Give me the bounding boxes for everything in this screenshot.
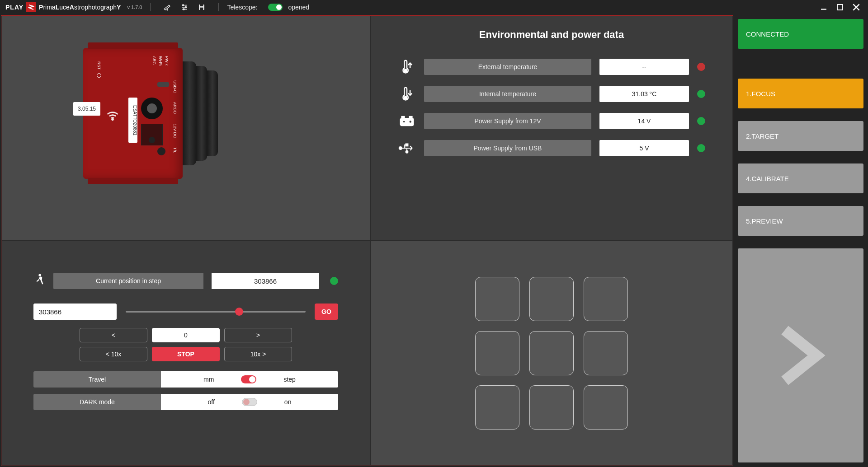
telescope-icon[interactable] xyxy=(163,3,171,11)
minimize-button[interactable] xyxy=(817,1,830,14)
stop-button[interactable]: STOP xyxy=(152,347,220,361)
status-led xyxy=(330,277,338,285)
preview-grid-panel xyxy=(370,241,733,466)
svg-rect-12 xyxy=(410,117,412,118)
env-value: 5 V xyxy=(599,140,689,156)
dark-toggle[interactable] xyxy=(242,398,257,406)
dark-opt-on: on xyxy=(284,398,292,406)
main-area: PWR Wi-Fi ARC RST USB-C ARCO 12V DC Th. … xyxy=(1,15,733,466)
version-label: v 1.7.0 xyxy=(127,5,142,10)
status-led xyxy=(697,90,705,98)
device-name-plate: ESATTO20881 xyxy=(128,98,137,143)
maximize-button[interactable] xyxy=(834,1,846,14)
connected-button[interactable]: CONNECTED xyxy=(738,19,863,49)
svg-rect-10 xyxy=(401,118,413,126)
sidebar-item-calibrate[interactable]: 4.CALIBRATE xyxy=(738,163,863,193)
preview-tile[interactable] xyxy=(584,277,628,321)
svg-rect-4 xyxy=(200,5,203,6)
svg-point-9 xyxy=(404,97,407,99)
dark-opt-off: off xyxy=(208,398,215,406)
position-slider[interactable] xyxy=(126,304,306,320)
port-arc: ARC xyxy=(152,56,156,65)
env-value: 14 V xyxy=(599,113,689,129)
preview-tile[interactable] xyxy=(529,277,574,321)
logo-icon xyxy=(26,2,36,12)
sidebar-item-focus[interactable]: 1.FOCUS xyxy=(738,79,863,108)
travel-toggle-row: Travel mm step xyxy=(33,371,338,388)
close-button[interactable] xyxy=(850,1,863,14)
step-plus-button[interactable]: > xyxy=(224,328,292,342)
svg-point-0 xyxy=(183,5,184,6)
thermometer-up-icon xyxy=(398,59,416,75)
lens-barrel xyxy=(183,61,218,165)
preview-tile[interactable] xyxy=(475,277,519,321)
go-button[interactable]: GO xyxy=(315,304,338,320)
preview-tile[interactable] xyxy=(529,331,574,375)
sidebar: CONNECTED 1.FOCUS 2.TARGET 4.CALIBRATE 5… xyxy=(734,14,868,467)
port-pwr: PWR xyxy=(165,56,169,65)
preview-tile[interactable] xyxy=(475,331,519,375)
preview-tile[interactable] xyxy=(529,385,574,430)
env-row-12v: Power Supply from 12V 14 V xyxy=(398,113,705,129)
firmware-badge: 3.05.15 xyxy=(73,102,100,116)
sidebar-item-preview[interactable]: 5.PREVIEW xyxy=(738,206,863,236)
env-label: Power Supply from USB xyxy=(424,140,591,156)
dark-toggle-row: DARK mode off on xyxy=(33,394,338,410)
travel-opt-mm: mm xyxy=(203,376,214,383)
env-row-usb: Power Supply from USB 5 V xyxy=(398,140,705,156)
status-led xyxy=(697,117,705,125)
dark-label: DARK mode xyxy=(33,394,161,410)
svg-point-2 xyxy=(183,9,184,10)
next-button[interactable] xyxy=(738,248,863,462)
port-rst: RST xyxy=(97,61,101,70)
position-input[interactable] xyxy=(33,304,117,320)
svg-rect-11 xyxy=(402,117,405,118)
play-word: PLAY xyxy=(5,4,24,11)
battery-icon xyxy=(398,115,416,127)
svg-point-8 xyxy=(404,70,407,72)
telescope-state: opened xyxy=(288,4,309,11)
travel-opt-step: step xyxy=(283,376,295,383)
dc-connector xyxy=(141,124,163,145)
travel-label: Travel xyxy=(33,371,161,388)
step-plus-10x-button[interactable]: 10x > xyxy=(224,347,292,361)
env-value: 31.03 °C xyxy=(599,86,689,102)
preview-tile[interactable] xyxy=(475,385,519,430)
usb-icon xyxy=(398,142,416,154)
step-minus-10x-button[interactable]: < 10x xyxy=(80,347,147,361)
telescope-toggle[interactable] xyxy=(268,4,283,11)
rst-hole xyxy=(97,73,101,78)
save-icon[interactable] xyxy=(198,3,206,11)
step-minus-button[interactable]: < xyxy=(80,328,147,342)
env-label: Power Supply from 12V xyxy=(424,113,591,129)
travel-toggle[interactable] xyxy=(241,375,256,383)
svg-rect-6 xyxy=(837,5,843,10)
port-wifi: Wi-Fi xyxy=(158,56,163,65)
sidebar-item-target[interactable]: 2.TARGET xyxy=(738,121,863,151)
status-led xyxy=(697,144,705,152)
arco-connector xyxy=(141,98,163,119)
svg-point-15 xyxy=(406,151,408,153)
env-title: Environmental and power data xyxy=(398,29,705,41)
preview-tile[interactable] xyxy=(584,385,628,430)
svg-rect-14 xyxy=(406,144,408,146)
device-panel: PWR Wi-Fi ARC RST USB-C ARCO 12V DC Th. … xyxy=(1,16,370,241)
th-connector xyxy=(157,147,165,155)
env-row-ext-temp: External temperature -- xyxy=(398,59,705,75)
step-zero-button[interactable]: 0 xyxy=(152,328,220,342)
focus-panel: Current position in step 303866 GO < 0 >… xyxy=(1,241,370,466)
environment-panel: Environmental and power data External te… xyxy=(370,16,733,241)
telescope-label: Telescope: xyxy=(227,4,257,11)
svg-point-7 xyxy=(112,119,113,120)
thermometer-down-icon xyxy=(398,86,416,102)
usb-slot xyxy=(157,82,169,87)
position-value: 303866 xyxy=(212,273,319,289)
svg-rect-5 xyxy=(200,8,203,10)
port-th: Th. xyxy=(173,147,177,153)
sliders-icon[interactable] xyxy=(180,3,189,11)
preview-tile[interactable] xyxy=(584,331,628,375)
env-label: External temperature xyxy=(424,59,591,75)
port-12vdc: 12V DC xyxy=(173,124,177,138)
port-arco: ARCO xyxy=(173,102,177,114)
position-label: Current position in step xyxy=(53,273,203,289)
